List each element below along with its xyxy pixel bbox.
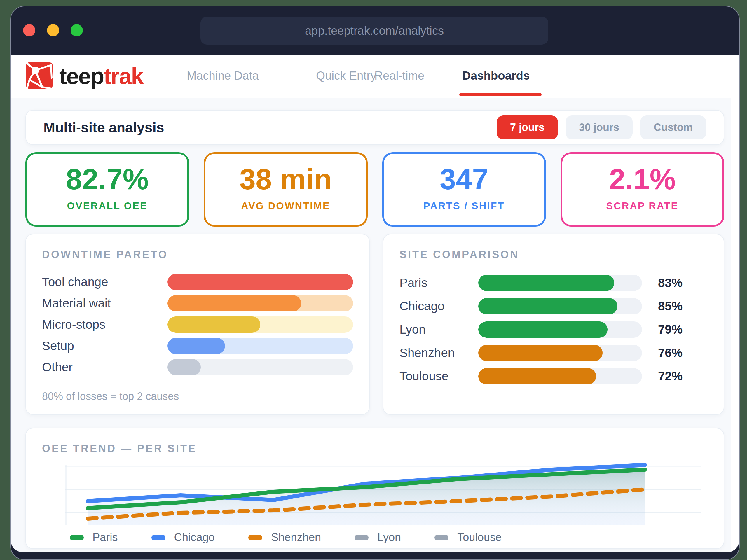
site-oee-value: 85% (658, 299, 707, 313)
legend-item-shenzhen[interactable]: Shenzhen (248, 531, 321, 544)
pareto-cause-label: Tool change (42, 275, 168, 289)
legend-swatch (70, 535, 84, 540)
site-bar-fill (478, 275, 614, 291)
kpi-value: 2.1% (609, 164, 675, 194)
range-button-30-jours[interactable]: 30 jours (566, 115, 633, 139)
legend-swatch (248, 535, 262, 540)
legend-item-chicago[interactable]: Chicago (151, 531, 215, 544)
legend-item-toulouse[interactable]: Toulouse (435, 531, 501, 544)
site-row: Shenzhen76% (400, 341, 707, 365)
pareto-row: Micro-stops (42, 314, 353, 335)
site-bar-fill (478, 298, 617, 314)
site-bar-track (478, 345, 642, 361)
legend-label: Paris (93, 531, 118, 544)
site-bar-fill (478, 321, 608, 338)
panel-title: OEE TREND — PER SITE (42, 443, 707, 455)
legend-item-lyon[interactable]: Lyon (355, 531, 401, 544)
range-button-custom[interactable]: Custom (640, 115, 706, 139)
scrollbar-track[interactable] (731, 98, 739, 552)
site-name-label: Toulouse (400, 369, 478, 383)
oee-trend-svg (66, 458, 701, 529)
kpi-label: AVG DOWNTIME (241, 200, 330, 211)
site-row: Toulouse72% (400, 365, 707, 388)
traffic-light-close-button[interactable] (23, 24, 35, 36)
site-oee-value: 72% (658, 369, 707, 383)
legend-label: Lyon (377, 531, 401, 544)
active-tab-underline (459, 93, 542, 96)
pareto-bar-fill (168, 295, 301, 312)
date-range-selector: 7 jours 30 jours Custom (497, 115, 706, 139)
kpi-label: SCRAP RATE (606, 200, 678, 211)
legend-label: Toulouse (457, 531, 501, 544)
pareto-row: Setup (42, 335, 353, 356)
page-title: Multi-site analysis (44, 119, 164, 136)
site-bar-fill (478, 368, 596, 384)
nav-item-dashboards[interactable]: Dashboards (462, 69, 530, 82)
site-name-label: Shenzhen (400, 346, 478, 360)
site-row: Chicago85% (400, 295, 707, 318)
kpi-label: PARTS / SHIFT (423, 200, 505, 211)
oee-trend-panel: OEE TREND — PER SITE ParisChicagoShenzhe… (25, 428, 724, 549)
site-name-label: Paris (400, 276, 478, 290)
legend-swatch (355, 535, 368, 540)
pareto-row: Tool change (42, 271, 353, 293)
site-rows: Paris83%Chicago85%Lyon79%Shenzhen76%Toul… (400, 271, 707, 388)
oee-trend-chart (66, 458, 701, 529)
legend-item-paris[interactable]: Paris (70, 531, 118, 544)
pareto-bar-fill (168, 359, 201, 375)
kpi-row: 82.7% OVERALL OEE 38 min AVG DOWNTIME 34… (25, 152, 724, 226)
kpi-label: OVERALL OEE (67, 200, 148, 211)
pareto-row: Other (42, 356, 353, 378)
site-bar-track (478, 275, 642, 291)
teeptrak-logo-text: teeptrak (59, 63, 143, 89)
legend-label: Shenzhen (271, 531, 321, 544)
site-row: Lyon79% (400, 318, 707, 341)
pareto-row: Material wait (42, 293, 353, 314)
kpi-value: 347 (440, 164, 488, 194)
site-comparison-panel: SITE COMPARISON Paris83%Chicago85%Lyon79… (383, 234, 724, 415)
kpi-card-avg-downtime: 38 min AVG DOWNTIME (204, 152, 367, 226)
site-row: Paris83% (400, 271, 707, 295)
panel-title: DOWNTIME PARETO (42, 248, 353, 261)
pareto-bar-fill (168, 274, 353, 290)
teeptrak-logo-icon (25, 61, 53, 91)
pareto-bar-track (168, 338, 353, 354)
teeptrak-logo[interactable]: teeptrak (25, 61, 143, 91)
panel-title: SITE COMPARISON (400, 248, 707, 261)
nav-item-quick-entry[interactable]: Quick Entry (316, 69, 377, 82)
pareto-cause-label: Other (42, 360, 168, 374)
nav-item-real-time[interactable]: Real-time (375, 69, 424, 82)
site-oee-value: 79% (658, 323, 707, 337)
pareto-cause-label: Micro-stops (42, 318, 168, 331)
site-bar-fill (478, 345, 602, 361)
range-button-7-jours[interactable]: 7 jours (497, 115, 558, 139)
site-bar-track (478, 321, 642, 338)
pareto-bar-track (168, 295, 353, 312)
chart-legend: ParisChicagoShenzhenLyonToulouse (70, 531, 501, 544)
pareto-bar-track (168, 317, 353, 333)
top-navbar: teeptrak Machine Data Quick Entry Real-t… (11, 55, 739, 98)
nav-item-machine-data[interactable]: Machine Data (187, 69, 259, 82)
kpi-card-parts-shift: 347 PARTS / SHIFT (382, 152, 546, 226)
pareto-bar-track (168, 274, 353, 290)
pareto-bar-track (168, 359, 353, 375)
kpi-value: 38 min (239, 164, 332, 194)
address-bar[interactable]: app.teeptrak.com/analytics (201, 17, 548, 45)
pareto-bar-fill (168, 338, 225, 354)
pareto-rows: Tool changeMaterial waitMicro-stopsSetup… (42, 271, 353, 378)
site-name-label: Chicago (400, 299, 478, 313)
pareto-bar-fill (168, 317, 260, 333)
downtime-pareto-panel: DOWNTIME PARETO Tool changeMaterial wait… (25, 234, 370, 415)
traffic-light-zoom-button[interactable] (71, 24, 83, 36)
pareto-cause-label: Setup (42, 339, 168, 353)
site-bar-track (478, 298, 642, 314)
kpi-value: 82.7% (66, 164, 149, 194)
site-bar-track (478, 368, 642, 384)
address-bar-url: app.teeptrak.com/analytics (305, 24, 444, 37)
site-oee-value: 83% (658, 276, 707, 290)
multi-site-analysis-header: Multi-site analysis 7 jours 30 jours Cus… (25, 110, 724, 145)
legend-label: Chicago (174, 531, 215, 544)
pareto-cause-label: Material wait (42, 296, 168, 310)
traffic-light-minimize-button[interactable] (47, 24, 59, 36)
kpi-card-overall-oee: 82.7% OVERALL OEE (25, 152, 189, 226)
